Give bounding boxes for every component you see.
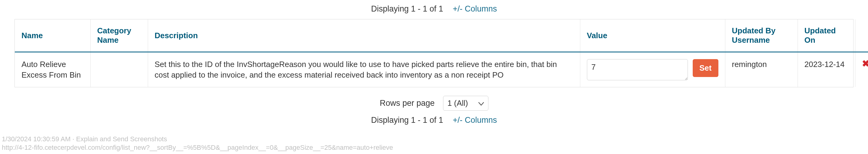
header-name[interactable]: Name (15, 19, 90, 52)
chevron-down-icon (478, 99, 484, 108)
header-actions (855, 19, 868, 52)
set-button[interactable]: Set (693, 59, 718, 77)
cell-category (90, 52, 148, 87)
display-count-bottom: Displaying 1 - 1 of 1 (371, 116, 443, 125)
cell-value: Set (580, 52, 725, 87)
rows-per-page-select[interactable]: 1 (All) (443, 96, 488, 111)
value-input[interactable] (587, 59, 688, 80)
header-updated-by[interactable]: Updated By Username (725, 19, 798, 52)
data-table: Name Category Name Description Value Upd… (15, 19, 868, 87)
cell-updated-on: 2023-12-14 (798, 52, 855, 87)
display-count-top: Displaying 1 - 1 of 1 (371, 4, 443, 13)
header-row: Name Category Name Description Value Upd… (15, 19, 868, 52)
rows-per-page-label: Rows per page (380, 99, 435, 108)
cell-actions: ✖ (855, 52, 868, 87)
header-updated-on[interactable]: Updated On (798, 19, 855, 52)
header-value[interactable]: Value (580, 19, 725, 52)
header-category[interactable]: Category Name (90, 19, 148, 52)
data-table-container: Name Category Name Description Value Upd… (14, 19, 854, 87)
cell-description: Set this to the ID of the InvShortageRea… (148, 52, 580, 87)
rows-per-page-value: 1 (All) (447, 99, 468, 108)
bottom-pager-bar: Displaying 1 - 1 of 1 +/- Columns (0, 116, 868, 125)
delete-icon[interactable]: ✖ (862, 59, 868, 68)
cell-name: Auto Relieve Excess From Bin (15, 52, 90, 87)
footer: Rows per page 1 (All) Displaying 1 - 1 o… (0, 87, 868, 127)
header-description[interactable]: Description (148, 19, 580, 52)
cell-updated-by: remington (725, 52, 798, 87)
top-pager-bar: Displaying 1 - 1 of 1 +/- Columns (0, 0, 868, 19)
table-row: Auto Relieve Excess From Bin Set this to… (15, 52, 868, 87)
columns-toggle-top[interactable]: +/- Columns (453, 4, 497, 13)
rows-per-page-row: Rows per page 1 (All) (0, 96, 868, 111)
columns-toggle-bottom[interactable]: +/- Columns (453, 116, 497, 125)
